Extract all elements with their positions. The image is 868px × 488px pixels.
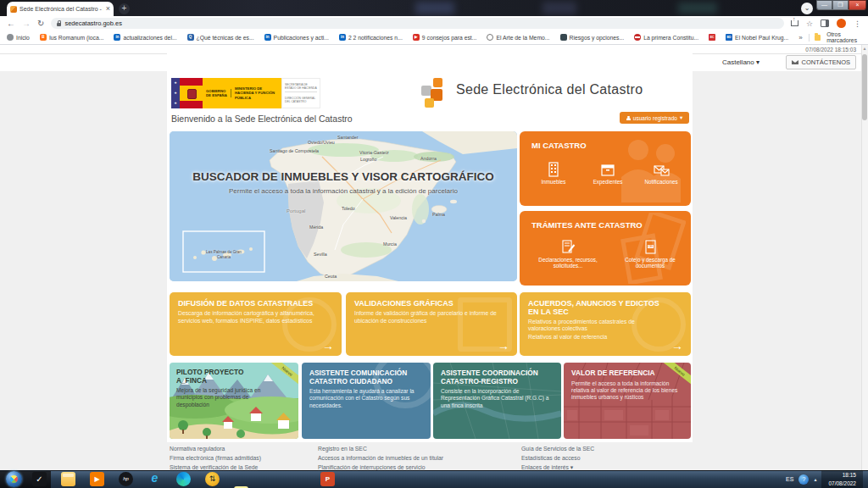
browser-tab[interactable]: Sede Electrónica del Catastro - I × [7,2,114,16]
map-city-label: Santander [337,135,358,140]
bookmark-item[interactable]: BDEl Nobel Paul Krug... [726,34,788,41]
contact-button[interactable]: CONTÁCTENOS [786,55,856,69]
language-indicator[interactable]: ES [786,476,793,482]
cotejo-link[interactable]: CSV Cotejo y descarga de documentos [618,240,682,269]
card-text-overlay: PILOTO PROYECTO A_FINCA Mejora de la seg… [176,369,276,408]
bookmark-item[interactable]: La primera Constitu... [634,34,698,41]
taskbar-media-player-icon[interactable]: ▶ [90,472,104,486]
bookmarks-overflow: » Otros marcadores [798,31,861,43]
bookmark-item[interactable]: inactualizaciones del... [114,34,176,41]
back-icon[interactable]: ← [7,19,15,28]
profile-avatar[interactable] [837,19,846,28]
reload-icon[interactable]: ↻ [37,19,44,28]
piloto-afinca-card[interactable]: PILOTO PROYECTO A_FINCA Mejora de la seg… [170,363,298,439]
bookmark-item[interactable]: Inicio [7,34,30,41]
map-city-label: Sevilla [314,252,327,257]
taskbar-updown-arrows-icon[interactable]: ⇅ [205,472,220,486]
footer-link[interactable]: Estadísticas de acceso [521,455,581,461]
tray-expand-icon[interactable]: ▴ [814,476,816,482]
inmuebles-link[interactable]: Inmuebles [531,162,576,185]
bookmark-item[interactable]: EC [709,34,715,41]
window-minimize-button[interactable]: — [816,0,832,10]
folder-icon [815,35,821,41]
toolbar-right-icons: ☆ ⋮ [791,19,861,28]
notificaciones-link[interactable]: Notificaciones [637,162,686,185]
forward-icon[interactable]: → [22,19,31,28]
bookmark-star-icon[interactable]: ☆ [806,19,813,28]
footer-link[interactable]: Accesos a información de inmuebles de un… [318,455,443,461]
validaciones-graficas-card[interactable]: VALIDACIONES GRÁFICAS Informe de validac… [346,292,517,356]
browser-toolbar: ← → ↻ sedecatastro.gob.es ☆ ⋮ [0,16,868,30]
tramites-panel[interactable]: TRÁMITES ANTE CATASTRO Declaraciones, re… [520,211,691,286]
map-city-label: Logroño [360,157,376,162]
bookmark-item[interactable]: in2 2 notificaciones n... [339,34,403,41]
declaraciones-link[interactable]: Declaraciones, recursos, solicitudes... [533,240,603,269]
browser-menu-icon[interactable]: ⋮ [854,19,861,28]
window-close-button[interactable]: × [849,0,866,10]
other-bookmarks-label[interactable]: Otros marcadores [826,31,861,43]
url-text[interactable]: sedecatastro.gob.es [64,19,122,27]
valor-referencia-card[interactable]: VALOR DE REFERENCIA Permite el acceso a … [564,363,691,439]
taskbar-explorer-icon[interactable] [61,472,75,486]
asistente-coordinacion-card[interactable]: ASISTENTE COORDINACIÓN CATASTRO-REGISTRO… [433,363,561,439]
acuerdos-edictos-card[interactable]: ACUERDOS, ANUNCIOS Y EDICTOS EN LA SEC R… [520,292,691,356]
property-search-map-card[interactable]: Santiago de Compostela Oviedo/Uvieu Sant… [170,131,517,281]
map-city-label: Las Palmas de Gran Canaria [200,250,248,259]
clock-date: 07/08/2022 [828,480,856,488]
taskbar-internet-explorer-icon[interactable]: e [147,472,162,486]
bookmark-item[interactable]: BIus Romanum (ioca... [40,34,104,41]
bookmark-item[interactable]: Q¿Qué técnicas de es... [187,34,254,41]
arrow-right-icon[interactable]: → [671,339,683,352]
logo-square-amber [425,98,434,108]
no-entry-icon [634,34,641,41]
expedientes-link[interactable]: Expedientes [584,162,632,185]
footer-link[interactable]: Guía de Servicios de la SEC [521,446,594,452]
card-title: PILOTO PROYECTO A_FINCA [176,369,270,385]
bookmark-item[interactable]: Riesgos y opciones... [560,34,625,41]
arrow-right-icon[interactable]: → [498,339,509,352]
secretaria-block: SECRETARÍA DE ESTADO DE HACIENDA DIRECCI… [281,78,320,108]
background-window-blur [542,2,576,14]
arrow-right-icon[interactable]: → [322,339,334,352]
q-icon: Q [187,34,194,41]
window-maximize-button[interactable]: ❐ [832,0,849,10]
background-window-blur [415,2,454,14]
asistente-comunicacion-card[interactable]: ASISTENTE COMUNICACIÓN CATASTRO CIUDADAN… [302,363,431,439]
footer-link[interactable]: Firma electrónica (firmas admitidas) [170,455,261,461]
server-datetime: 07/08/2022 18:15:03 [805,47,856,53]
sec-squares-logo [421,78,450,108]
difusion-datos-card[interactable]: DIFUSIÓN DE DATOS CATASTRALES Descarga d… [170,292,342,356]
footer-link[interactable]: Registro en la SEC [318,446,367,452]
registered-user-button[interactable]: usuario registrado ▾ [620,112,689,124]
screen: Sede Electrónica del Catastro - I × + ⌄ … [0,0,868,488]
eu-stars-strip: ★★★ [171,78,180,108]
tab-close-icon[interactable]: × [106,5,110,13]
tab-search-chevron-icon[interactable]: ⌄ [801,3,813,14]
building-icon [547,162,560,177]
map-city-label: Ceuta [325,274,337,279]
address-bar[interactable]: sedecatastro.gob.es [51,18,784,29]
taskbar-checkmark-app-icon[interactable]: ✓ [32,472,47,486]
help-tray-icon[interactable]: ? [798,474,809,485]
taskbar-powerpoint-icon[interactable]: P [320,472,335,486]
scrollbar-up-arrow[interactable]: ▲ [861,45,868,53]
bookmark-item[interactable]: El Arte de la Memo... [487,34,549,41]
footer-link[interactable]: Sistema de verificación de la Sede [170,464,258,470]
bookmarks-bar: Inicio BIus Romanum (ioca... inactualiza… [0,30,868,45]
bookmark-item[interactable]: inPublicaciones y acti... [264,34,329,41]
bookmarks-more-icon[interactable]: » [798,34,802,42]
new-tab-button[interactable]: + [119,3,130,14]
footer-link[interactable]: Normativa reguladora [170,446,225,452]
taskbar-edge-icon[interactable] [176,472,191,486]
side-panel-icon[interactable] [821,19,829,27]
scrollbar-thumb[interactable] [862,54,867,120]
share-icon[interactable] [791,20,798,26]
footer-link[interactable]: Planificación de interrupciones de servi… [318,464,426,470]
bookmark-item[interactable]: ▶9 consejos para est... [413,34,477,41]
mi-catastro-panel[interactable]: MI CATASTRO Inmuebles Expedientes [520,131,691,206]
language-selector[interactable]: Castellano ▾ [722,58,760,66]
taskbar-clock[interactable]: 18:15 07/08/2022 [821,470,863,488]
taskbar-hp-icon[interactable]: hp [119,472,133,486]
map-region-label: Portugal [287,208,305,214]
map-city-label: Santiago de Compostela [270,148,319,153]
